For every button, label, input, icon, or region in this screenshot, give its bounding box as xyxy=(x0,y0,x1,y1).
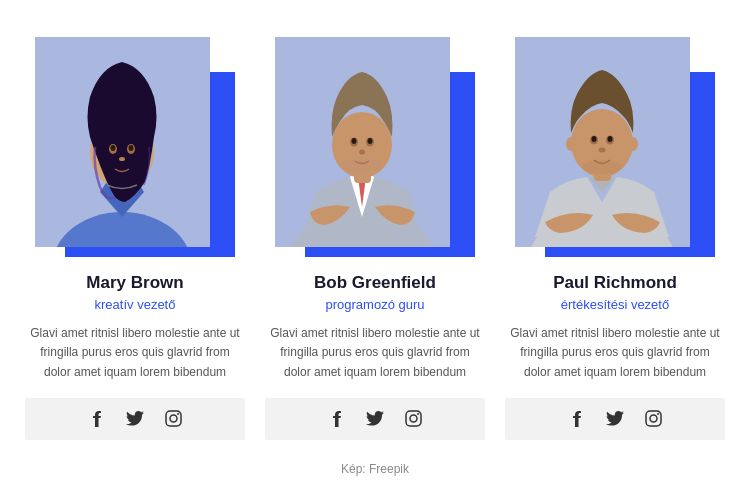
svg-point-8 xyxy=(129,145,134,151)
member-role-paul: értékesítési vezető xyxy=(561,297,669,312)
instagram-icon-mary[interactable] xyxy=(162,408,184,430)
member-desc-bob: Glavi amet ritnisl libero molestie ante … xyxy=(265,324,485,382)
svg-point-21 xyxy=(352,138,357,144)
svg-point-27 xyxy=(417,413,419,415)
facebook-icon-mary[interactable] xyxy=(86,408,108,430)
team-card-bob: Bob Greenfield programozó guru Glavi ame… xyxy=(265,37,485,440)
facebook-icon-bob[interactable] xyxy=(326,408,348,430)
svg-point-22 xyxy=(368,138,373,144)
member-desc-mary: Glavi amet ritnisl libero molestie ante … xyxy=(25,324,245,382)
photo-wrapper-mary xyxy=(35,37,235,257)
social-bar-bob xyxy=(265,398,485,440)
member-desc-paul: Glavi amet ritnisl libero molestie ante … xyxy=(505,324,725,382)
svg-rect-41 xyxy=(646,411,661,426)
team-card-paul: Paul Richmond értékesítési vezető Glavi … xyxy=(505,37,725,440)
member-role-mary: kreatív vezető xyxy=(95,297,176,312)
member-name-bob: Bob Greenfield xyxy=(314,273,436,293)
instagram-icon-paul[interactable] xyxy=(642,408,664,430)
social-bar-paul xyxy=(505,398,725,440)
svg-point-35 xyxy=(592,136,597,142)
photo-paul xyxy=(515,37,690,247)
twitter-icon-mary[interactable] xyxy=(124,408,146,430)
svg-point-37 xyxy=(599,148,606,153)
person-svg-paul xyxy=(515,37,690,247)
person-svg-bob xyxy=(275,37,450,247)
team-card-mary: Mary Brown kreatív vezető Glavi amet rit… xyxy=(25,37,245,440)
instagram-icon-bob[interactable] xyxy=(402,408,424,430)
svg-point-12 xyxy=(177,413,179,415)
photo-mary xyxy=(35,37,210,247)
image-caption: Kép: Freepik xyxy=(341,462,409,476)
svg-point-11 xyxy=(170,415,177,422)
team-grid: Mary Brown kreatív vezető Glavi amet rit… xyxy=(20,37,730,440)
member-name-paul: Paul Richmond xyxy=(553,273,677,293)
svg-point-24 xyxy=(342,157,382,173)
photo-wrapper-bob xyxy=(275,37,475,257)
svg-point-9 xyxy=(119,157,125,161)
photo-bob xyxy=(275,37,450,247)
svg-point-42 xyxy=(650,415,657,422)
svg-point-23 xyxy=(359,150,365,155)
member-role-bob: programozó guru xyxy=(326,297,425,312)
facebook-icon-paul[interactable] xyxy=(566,408,588,430)
svg-point-26 xyxy=(410,415,417,422)
twitter-icon-bob[interactable] xyxy=(364,408,386,430)
svg-point-36 xyxy=(608,136,613,142)
svg-point-7 xyxy=(111,145,116,151)
svg-point-38 xyxy=(582,160,622,174)
person-svg-mary xyxy=(35,37,210,247)
svg-point-39 xyxy=(566,137,576,151)
svg-rect-25 xyxy=(406,411,421,426)
twitter-icon-paul[interactable] xyxy=(604,408,626,430)
svg-rect-10 xyxy=(166,411,181,426)
member-name-mary: Mary Brown xyxy=(86,273,183,293)
photo-wrapper-paul xyxy=(515,37,715,257)
social-bar-mary xyxy=(25,398,245,440)
svg-point-43 xyxy=(657,413,659,415)
svg-point-40 xyxy=(628,137,638,151)
